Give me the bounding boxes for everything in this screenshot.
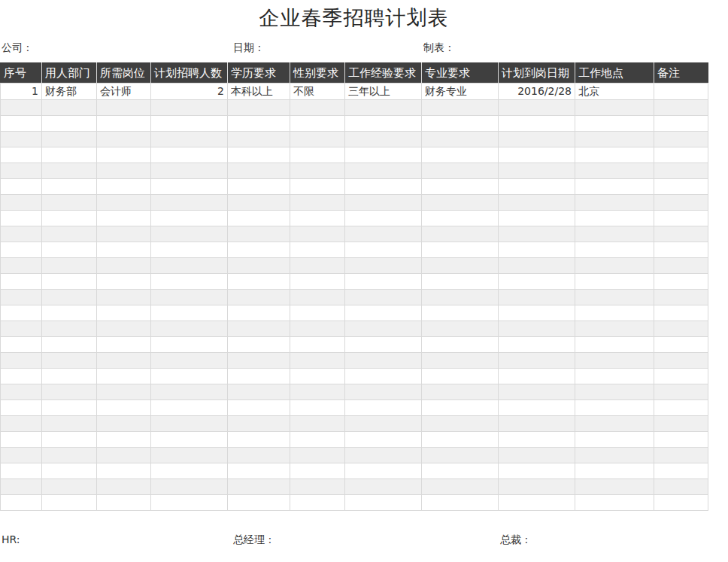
table-cell[interactable] <box>97 163 151 179</box>
table-cell[interactable] <box>290 337 345 353</box>
table-cell[interactable] <box>151 479 228 495</box>
table-cell[interactable] <box>290 179 345 195</box>
table-cell[interactable] <box>228 448 290 463</box>
table-cell[interactable] <box>654 400 708 416</box>
table-cell[interactable] <box>422 132 499 147</box>
table-cell[interactable] <box>345 242 422 258</box>
table-cell[interactable] <box>422 211 499 226</box>
table-cell[interactable] <box>228 163 290 179</box>
table-cell[interactable] <box>499 432 575 448</box>
table-cell[interactable] <box>42 321 97 337</box>
table-cell[interactable] <box>499 321 575 337</box>
table-cell[interactable] <box>151 290 228 305</box>
table-cell[interactable] <box>1 448 42 463</box>
table-cell[interactable] <box>575 179 654 195</box>
table-cell[interactable] <box>654 195 708 211</box>
table-cell[interactable] <box>228 179 290 195</box>
table-cell[interactable] <box>422 384 499 400</box>
table-cell[interactable] <box>575 416 654 432</box>
table-cell[interactable] <box>151 337 228 353</box>
table-cell[interactable] <box>345 353 422 369</box>
table-cell[interactable] <box>499 147 575 163</box>
table-cell[interactable] <box>422 353 499 369</box>
table-cell[interactable] <box>42 100 97 116</box>
table-cell[interactable] <box>499 495 575 511</box>
table-cell[interactable] <box>575 479 654 495</box>
table-cell[interactable]: 三年以上 <box>345 84 422 100</box>
table-cell[interactable] <box>97 321 151 337</box>
table-cell[interactable] <box>42 432 97 448</box>
table-cell[interactable] <box>575 258 654 274</box>
table-cell[interactable] <box>654 274 708 290</box>
table-cell[interactable] <box>290 305 345 321</box>
table-cell[interactable] <box>1 337 42 353</box>
table-cell[interactable] <box>345 448 422 463</box>
table-cell[interactable] <box>97 195 151 211</box>
table-cell[interactable] <box>575 274 654 290</box>
table-cell[interactable] <box>345 337 422 353</box>
table-cell[interactable] <box>422 400 499 416</box>
table-cell[interactable] <box>151 400 228 416</box>
table-cell[interactable] <box>97 258 151 274</box>
column-header[interactable]: 计划招聘人数 <box>151 63 228 84</box>
table-cell[interactable] <box>151 163 228 179</box>
table-cell[interactable] <box>42 400 97 416</box>
table-cell[interactable] <box>1 147 42 163</box>
table-cell[interactable] <box>228 274 290 290</box>
column-header[interactable]: 学历要求 <box>228 63 290 84</box>
table-cell[interactable] <box>228 337 290 353</box>
table-cell[interactable] <box>422 163 499 179</box>
table-cell[interactable] <box>422 495 499 511</box>
table-cell[interactable] <box>1 290 42 305</box>
column-header[interactable]: 计划到岗日期 <box>499 63 575 84</box>
table-cell[interactable] <box>42 290 97 305</box>
table-cell[interactable] <box>290 226 345 242</box>
table-cell[interactable]: 不限 <box>290 84 345 100</box>
table-cell[interactable] <box>97 400 151 416</box>
table-cell[interactable] <box>654 369 708 384</box>
table-cell[interactable] <box>575 226 654 242</box>
table-cell[interactable] <box>228 369 290 384</box>
table-cell[interactable] <box>422 226 499 242</box>
table-cell[interactable] <box>290 242 345 258</box>
table-cell[interactable]: 1 <box>1 84 42 100</box>
table-cell[interactable] <box>228 211 290 226</box>
table-cell[interactable] <box>1 116 42 132</box>
table-cell[interactable] <box>151 448 228 463</box>
table-cell[interactable] <box>1 195 42 211</box>
table-cell[interactable] <box>654 132 708 147</box>
table-cell[interactable] <box>97 369 151 384</box>
table-cell[interactable] <box>97 116 151 132</box>
table-cell[interactable] <box>97 100 151 116</box>
table-cell[interactable] <box>345 274 422 290</box>
table-cell[interactable] <box>1 100 42 116</box>
table-cell[interactable] <box>42 163 97 179</box>
table-cell[interactable] <box>422 242 499 258</box>
table-cell[interactable] <box>290 132 345 147</box>
table-cell[interactable] <box>151 132 228 147</box>
table-cell[interactable] <box>1 384 42 400</box>
table-cell[interactable]: 2016/2/28 <box>499 84 575 100</box>
table-cell[interactable] <box>151 147 228 163</box>
column-header[interactable]: 用人部门 <box>42 63 97 84</box>
column-header[interactable]: 工作地点 <box>575 63 654 84</box>
table-cell[interactable] <box>42 147 97 163</box>
table-cell[interactable] <box>290 100 345 116</box>
table-cell[interactable] <box>575 448 654 463</box>
table-cell[interactable] <box>345 211 422 226</box>
table-cell[interactable] <box>654 100 708 116</box>
table-cell[interactable] <box>1 163 42 179</box>
table-cell[interactable] <box>228 147 290 163</box>
table-cell[interactable] <box>345 495 422 511</box>
table-cell[interactable] <box>290 258 345 274</box>
table-cell[interactable] <box>575 384 654 400</box>
table-cell[interactable] <box>575 116 654 132</box>
table-cell[interactable] <box>575 100 654 116</box>
table-cell[interactable] <box>422 416 499 432</box>
table-cell[interactable] <box>151 432 228 448</box>
table-cell[interactable] <box>499 400 575 416</box>
table-cell[interactable] <box>499 132 575 147</box>
table-cell[interactable] <box>97 290 151 305</box>
table-cell[interactable] <box>151 274 228 290</box>
table-cell[interactable] <box>42 384 97 400</box>
